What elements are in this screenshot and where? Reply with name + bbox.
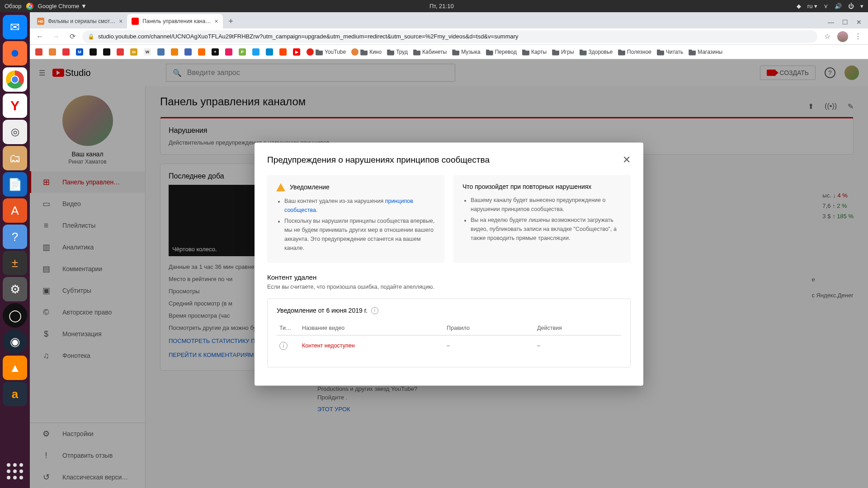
folder-icon <box>387 48 394 56</box>
bookmark-item[interactable] <box>61 48 71 56</box>
shield-icon[interactable]: ◆ <box>797 3 801 9</box>
bookmark-item[interactable] <box>47 48 58 56</box>
bookmark-folder[interactable]: Читать <box>655 48 685 56</box>
bookmark-label: Кино <box>369 49 382 55</box>
bookmark-label: Игры <box>561 49 574 55</box>
minimize-button[interactable]: — <box>828 19 834 26</box>
modal-close-icon[interactable]: ✕ <box>623 154 631 166</box>
bookmark-item[interactable] <box>101 48 112 56</box>
bookmark-item[interactable] <box>33 48 44 56</box>
bookmark-icon <box>157 48 165 56</box>
launcher-obs[interactable]: ◯ <box>3 303 27 328</box>
info-icon[interactable]: i <box>371 307 378 314</box>
tab-close-icon[interactable]: × <box>119 18 123 25</box>
tab-active[interactable]: Панель управления кана… × <box>127 14 222 28</box>
folder-icon <box>486 48 493 56</box>
bookmark-item[interactable] <box>250 48 261 56</box>
launcher-writer[interactable]: 📄 <box>3 172 27 197</box>
clock[interactable]: Пт, 21:10 <box>87 3 797 9</box>
folder-icon <box>452 48 459 56</box>
bookmark-folder[interactable]: Игры <box>550 48 576 56</box>
os-top-bar: Обзор Google Chrome ▼ Пт, 21:10 ◆ ru ▾ ⋎… <box>0 0 868 12</box>
bookmark-label: Читать <box>666 49 683 55</box>
bookmark-item[interactable] <box>278 48 288 56</box>
bookmark-folder[interactable]: YouTube <box>305 48 348 56</box>
launcher-help[interactable]: ? <box>3 225 27 249</box>
bookmark-item[interactable]: m <box>128 48 139 56</box>
profile-avatar[interactable] <box>837 31 848 42</box>
table-header: Правило <box>444 321 534 335</box>
bookmark-item[interactable]: P <box>237 48 248 56</box>
bookmark-folder[interactable]: Музыка <box>450 48 482 56</box>
bookmark-item[interactable]: M <box>74 48 85 56</box>
launcher-steam[interactable]: ◉ <box>3 329 27 354</box>
launcher-calc[interactable]: ± <box>3 251 27 275</box>
bookmark-folder[interactable]: Полезное <box>616 48 653 56</box>
bookmark-folder[interactable]: Перевод <box>484 48 519 56</box>
rule-cell: – <box>444 335 534 356</box>
bookmark-item[interactable] <box>183 48 193 56</box>
tab-close-icon[interactable]: × <box>214 18 218 25</box>
bookmark-item[interactable] <box>88 48 99 56</box>
bookmark-icon: P <box>239 48 246 56</box>
launcher-settings[interactable]: ⚙ <box>3 277 27 301</box>
forward-button[interactable]: → <box>50 30 62 43</box>
bookmark-item[interactable] <box>196 48 207 56</box>
bookmark-folder[interactable]: Карты <box>520 48 548 56</box>
new-tab-button[interactable]: + <box>225 15 237 28</box>
bookmark-icon <box>198 48 205 56</box>
launcher-app1[interactable]: ◎ <box>3 120 27 144</box>
lang-indicator[interactable]: ru ▾ <box>807 3 817 9</box>
launcher-vlc[interactable]: ▲ <box>3 356 27 380</box>
bookmark-folder[interactable]: Магазины <box>687 48 724 56</box>
video-title-cell[interactable]: Контент недоступен <box>299 335 444 356</box>
launcher-apps-grid[interactable] <box>3 459 27 483</box>
launcher-yandex[interactable]: Y <box>3 94 27 118</box>
launcher-firefox[interactable] <box>3 41 27 66</box>
bookmark-label: Кабинеты <box>422 49 447 55</box>
tab-inactive[interactable]: HD Фильмы и сериалы смот… × <box>33 14 127 28</box>
launcher-amazon[interactable]: a <box>3 382 27 406</box>
bookmark-icon <box>252 48 259 56</box>
back-button[interactable]: ← <box>33 30 46 43</box>
launcher-files[interactable]: 🗂 <box>3 146 27 170</box>
volume-icon[interactable]: 🔊 <box>835 3 842 9</box>
url-field[interactable]: 🔒 studio.youtube.com/channel/UCNOAgXuoTF… <box>82 30 817 43</box>
launcher-software[interactable]: A <box>3 198 27 223</box>
power-icon[interactable]: ⏻ <box>848 3 854 9</box>
table-row: i Контент недоступен – – <box>277 335 621 356</box>
wifi-icon[interactable]: ⋎ <box>824 3 828 9</box>
row-info-icon[interactable]: i <box>279 342 288 350</box>
bookmark-folder[interactable]: Труд <box>385 48 410 56</box>
bookmark-label: Труд <box>396 49 408 55</box>
bookmark-label: Карты <box>531 49 547 55</box>
bookmark-folder[interactable]: Кабинеты <box>411 48 448 56</box>
bookmark-item[interactable] <box>115 48 126 56</box>
bookmark-item[interactable] <box>169 48 180 56</box>
bookmark-item[interactable]: W <box>142 48 153 56</box>
activities-label[interactable]: Обзор <box>5 3 22 9</box>
launcher-thunderbird[interactable]: ✉ <box>3 15 27 39</box>
bookmark-label: Магазины <box>698 49 722 55</box>
bookmark-star-icon[interactable]: ☆ <box>821 30 834 43</box>
folder-icon <box>657 48 664 56</box>
bookmark-label: Полезное <box>627 49 651 55</box>
bookmark-folder[interactable]: Здоровье <box>578 48 615 56</box>
removed-table: Ти…Название видеоПравилоДействия i Конте… <box>277 321 621 356</box>
app-menu[interactable]: Google Chrome ▼ <box>38 3 87 9</box>
dropdown-icon[interactable]: ▾ <box>860 3 863 9</box>
reload-button[interactable]: ⟳ <box>66 30 79 43</box>
bookmark-item[interactable]: + <box>210 48 221 56</box>
launcher-chrome[interactable] <box>3 67 27 92</box>
bookmark-icon <box>266 48 273 56</box>
bookmark-item[interactable] <box>156 48 166 56</box>
bookmark-item[interactable] <box>223 48 234 56</box>
maximize-button[interactable]: ☐ <box>842 19 848 26</box>
bookmark-item[interactable] <box>264 48 275 56</box>
warning-icon <box>276 183 285 191</box>
chrome-menu-icon[interactable]: ⋮ <box>852 30 864 43</box>
chrome-window: HD Фильмы и сериалы смот… × Панель управ… <box>30 12 868 488</box>
bookmark-item[interactable]: ▶ <box>291 48 302 56</box>
close-window-button[interactable]: ✕ <box>856 19 862 26</box>
bookmark-folder[interactable]: Кино <box>349 48 383 56</box>
